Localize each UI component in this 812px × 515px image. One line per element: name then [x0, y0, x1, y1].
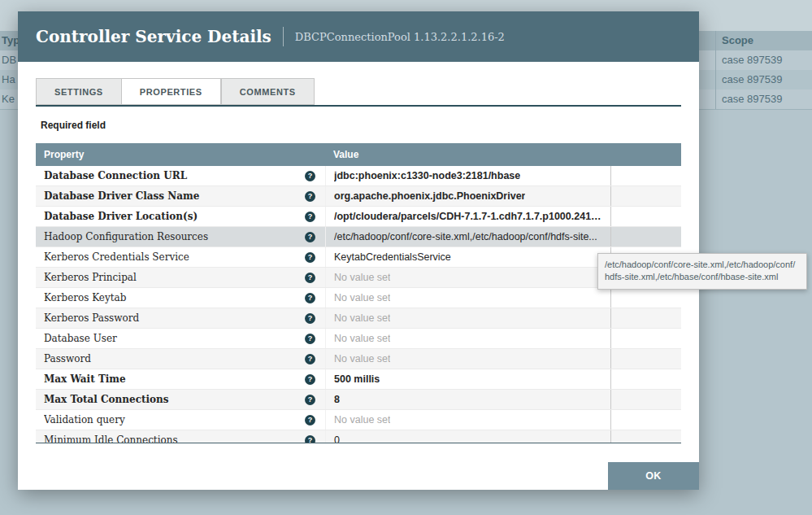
property-name: Validation query [44, 414, 305, 426]
tab-comments[interactable]: COMMENTS [221, 78, 315, 105]
background-column-divider [715, 31, 716, 109]
property-value: org.apache.phoenix.jdbc.PhoenixDriver [334, 190, 525, 202]
table-row[interactable]: Database Driver Location(s) ? /opt/cloud… [36, 207, 681, 227]
property-name: Password [44, 353, 305, 364]
title-divider [283, 27, 284, 46]
property-cell: Kerberos Credentials Service ? [36, 247, 325, 267]
property-cell: Max Wait Time ? [36, 369, 325, 389]
table-row[interactable]: Validation query ? No value set [36, 410, 681, 430]
value-cell[interactable]: No value set [325, 349, 611, 369]
value-tooltip: /etc/hadoop/conf/core-site.xml,/etc/hado… [597, 253, 807, 290]
tab-settings[interactable]: SETTINGS [36, 78, 121, 105]
dialog-title: Controller Service Details [36, 27, 271, 46]
help-icon[interactable]: ? [305, 212, 315, 222]
table-row[interactable]: Database Connection URL ? jdbc:phoenix:c… [36, 166, 681, 186]
background-scope-cell: case 897539 [722, 73, 782, 85]
background-type-column-header: Typ [2, 34, 20, 46]
table-row[interactable]: Hadoop Configuration Resources ? /etc/ha… [36, 227, 681, 247]
table-row[interactable]: Minimum Idle Connections ? 0 [36, 430, 681, 443]
property-cell: Hadoop Configuration Resources ? [36, 227, 325, 247]
tab-properties[interactable]: PROPERTIES [121, 78, 221, 105]
background-scope-cell: case 897539 [722, 54, 782, 66]
property-value: No value set [334, 414, 390, 426]
value-cell[interactable]: 8 [325, 390, 611, 409]
filler-cell [611, 430, 681, 443]
property-name: Minimum Idle Connections [44, 434, 305, 443]
table-row[interactable]: Max Total Connections ? 8 [36, 390, 681, 410]
property-name: Database Driver Location(s) [44, 211, 305, 222]
property-value: /opt/cloudera/parcels/CDH-7.1.7-1.cdh7.1… [334, 211, 602, 222]
ok-button[interactable]: OK [608, 462, 699, 490]
value-cell[interactable]: No value set [325, 308, 611, 328]
table-row[interactable]: Kerberos Password ? No value set [36, 308, 681, 329]
filler-cell [611, 369, 681, 389]
value-cell[interactable]: No value set [325, 410, 611, 430]
property-value: 500 millis [334, 373, 380, 385]
value-cell[interactable]: /etc/hadoop/conf/core-site.xml,/etc/hado… [325, 227, 611, 247]
tab-underline [36, 105, 681, 107]
table-row[interactable]: Kerberos Principal ? No value set [36, 268, 681, 288]
table-row[interactable]: Kerberos Credentials Service ? KeytabCre… [36, 247, 681, 268]
value-cell[interactable]: No value set [325, 268, 611, 287]
property-name: Max Wait Time [44, 373, 305, 385]
controller-service-details-dialog: Controller Service Details DBCPConnectio… [18, 11, 699, 490]
table-row[interactable]: Database User ? No value set [36, 329, 681, 349]
property-name: Kerberos Password [44, 312, 305, 324]
help-icon[interactable]: ? [305, 252, 315, 263]
value-cell[interactable]: No value set [325, 288, 611, 308]
background-type-cell: Ke [2, 93, 15, 105]
help-icon[interactable]: ? [305, 273, 315, 283]
value-cell[interactable]: KeytabCredentialsService [325, 247, 611, 267]
help-icon[interactable]: ? [305, 191, 315, 202]
filler-cell [611, 288, 681, 308]
property-name: Kerberos Keytab [44, 292, 305, 303]
property-cell: Minimum Idle Connections ? [36, 430, 325, 443]
property-cell: Kerberos Principal ? [36, 268, 325, 287]
property-name: Database Connection URL [44, 170, 305, 181]
value-cell[interactable]: 0 [325, 430, 611, 443]
filler-cell [611, 410, 681, 430]
value-cell[interactable]: jdbc:phoenix:c1330-node3:2181/hbase [325, 166, 611, 185]
help-icon[interactable]: ? [305, 293, 315, 303]
help-icon[interactable]: ? [305, 395, 315, 405]
dialog-header: Controller Service Details DBCPConnectio… [18, 11, 699, 62]
property-value: No value set [334, 353, 390, 364]
help-icon[interactable]: ? [305, 171, 315, 181]
value-cell[interactable]: /opt/cloudera/parcels/CDH-7.1.7-1.cdh7.1… [325, 207, 611, 226]
filler-cell [611, 207, 681, 226]
help-icon[interactable]: ? [305, 374, 315, 385]
help-icon[interactable]: ? [305, 435, 315, 444]
property-cell: Database User ? [36, 329, 325, 348]
help-icon[interactable]: ? [305, 334, 315, 344]
value-cell[interactable]: 500 millis [325, 369, 611, 389]
property-cell: Max Total Connections ? [36, 390, 325, 409]
table-row[interactable]: Max Wait Time ? 500 millis [36, 369, 681, 390]
property-value: /etc/hadoop/conf/core-site.xml,/etc/hado… [334, 231, 597, 242]
property-value: 8 [334, 394, 340, 405]
required-field-label: Required field [41, 120, 106, 131]
filler-cell [611, 227, 681, 247]
property-cell: Kerberos Password ? [36, 308, 325, 328]
value-column-header: Value [325, 149, 611, 160]
table-row[interactable]: Kerberos Keytab ? No value set [36, 288, 681, 308]
property-value: No value set [334, 292, 390, 303]
property-cell: Database Driver Location(s) ? [36, 207, 325, 226]
table-row[interactable]: Database Driver Class Name ? org.apache.… [36, 186, 681, 207]
help-icon[interactable]: ? [305, 313, 315, 324]
help-icon[interactable]: ? [305, 415, 315, 426]
filler-cell [611, 329, 681, 348]
property-cell: Database Driver Class Name ? [36, 186, 325, 206]
property-name: Kerberos Credentials Service [44, 251, 305, 263]
table-row[interactable]: Password ? No value set [36, 349, 681, 369]
value-cell[interactable]: org.apache.phoenix.jdbc.PhoenixDriver [325, 186, 611, 206]
value-cell[interactable]: No value set [325, 329, 611, 348]
background-type-cell: Ha [2, 73, 15, 85]
dialog-subtitle: DBCPConnectionPool 1.13.2.2.1.2.16-2 [295, 31, 505, 43]
property-cell: Kerberos Keytab ? [36, 288, 325, 308]
property-column-header: Property [36, 149, 325, 160]
property-value: No value set [334, 272, 390, 283]
property-name: Database Driver Class Name [44, 190, 305, 202]
help-icon[interactable]: ? [305, 354, 315, 364]
property-value: jdbc:phoenix:c1330-node3:2181/hbase [334, 170, 520, 181]
help-icon[interactable]: ? [305, 232, 315, 242]
